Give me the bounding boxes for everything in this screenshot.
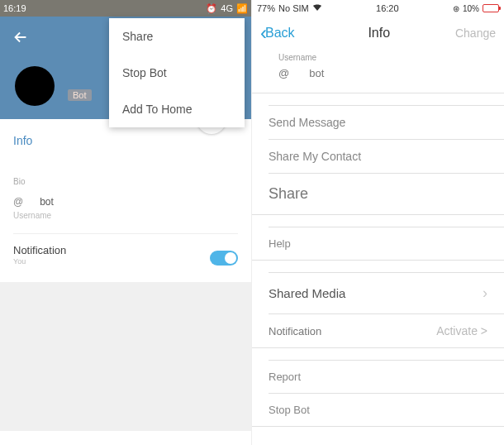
help-row[interactable]: Help <box>252 227 504 260</box>
username-section: Username @ bot <box>252 50 504 93</box>
empty-area <box>0 282 251 431</box>
username-value: bot <box>309 67 324 79</box>
shared-media-label: Shared Media <box>269 286 345 300</box>
stop-bot-row[interactable]: Stop Bot <box>252 394 504 426</box>
status-time: 16:19 <box>3 3 26 13</box>
menu-stop-bot[interactable]: Stop Bot <box>109 55 245 91</box>
bio-label: Bio <box>0 152 251 191</box>
share-row[interactable]: Share <box>252 174 504 214</box>
username-label: Username <box>269 53 487 62</box>
network-type: 4G <box>221 3 233 13</box>
android-screen: 16:19 ⏰ 4G 📶 Bot Share Stop Bot Add To H… <box>0 0 252 445</box>
share-contact-row[interactable]: Share My Contact <box>252 140 504 173</box>
battery-pct-left: 77% <box>257 3 275 13</box>
alarm-icon: ⏰ <box>206 3 217 14</box>
battery-icon <box>483 4 499 12</box>
report-row[interactable]: Report <box>252 361 504 393</box>
send-message-row[interactable]: Send Message <box>252 106 504 139</box>
at-icon: @ <box>13 196 23 208</box>
menu-add-to-home[interactable]: Add To Home <box>109 91 245 127</box>
notification-row[interactable]: Notification Activate > <box>252 314 504 347</box>
bot-badge: Bot <box>68 89 92 101</box>
avatar[interactable] <box>15 66 55 106</box>
change-button[interactable]: Change <box>455 26 496 40</box>
options-dropdown: Share Stop Bot Add To Home <box>109 18 245 127</box>
notification-sub: You <box>13 257 210 266</box>
carrier-label: No SIM <box>278 3 309 13</box>
bot-username-text: bot <box>40 196 54 208</box>
back-label: Back <box>265 26 295 41</box>
ios-screen: 77% No SIM 16:20 ⊛ 10% ‹ Back Info Chang… <box>252 0 504 445</box>
back-arrow-icon[interactable] <box>12 28 30 51</box>
status-time: 16:20 <box>322 3 453 13</box>
menu-share[interactable]: Share <box>109 18 245 55</box>
notification-label: Notification <box>269 325 321 337</box>
activate-label: Activate > <box>436 324 487 337</box>
notification-row[interactable]: Notification You <box>0 234 251 282</box>
sync-icon: ⊛ <box>453 4 459 13</box>
username-label: Username <box>0 209 251 233</box>
at-icon: @ <box>278 67 289 79</box>
nav-title: Info <box>303 26 455 41</box>
status-bar: 16:19 ⏰ 4G 📶 <box>0 0 251 17</box>
battery-pct-right: 10% <box>463 4 479 13</box>
signal-icon: 📶 <box>236 3 248 14</box>
wifi-icon <box>312 3 322 13</box>
nav-bar: ‹ Back Info Change <box>252 17 504 50</box>
notification-toggle[interactable] <box>210 251 238 266</box>
notification-title: Notification <box>13 244 210 256</box>
shared-media-row[interactable]: Shared Media › <box>252 273 504 313</box>
bot-username-line: @ bot <box>0 191 251 209</box>
chevron-right-icon: › <box>483 285 487 302</box>
divider <box>252 426 504 427</box>
status-bar: 77% No SIM 16:20 ⊛ 10% <box>252 0 504 17</box>
back-button[interactable]: ‹ Back <box>260 22 295 45</box>
